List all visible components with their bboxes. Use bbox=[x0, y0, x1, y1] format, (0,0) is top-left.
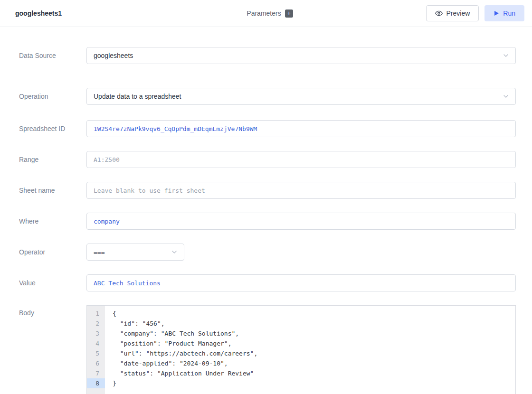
line-number: 2 bbox=[87, 319, 105, 328]
line-number: 5 bbox=[87, 348, 105, 358]
range-input[interactable] bbox=[86, 151, 516, 168]
spreadsheet-id-label: Spreadsheet ID bbox=[19, 125, 86, 132]
operator-select[interactable]: === bbox=[86, 244, 184, 261]
code-line[interactable]: "id": "456", bbox=[113, 319, 515, 328]
code-line[interactable]: "status": "Application Under Review" bbox=[113, 368, 515, 378]
parameters-label: Parameters bbox=[247, 9, 281, 17]
code-content[interactable]: { "id": "456", "company": "ABC Tech Solu… bbox=[105, 306, 515, 394]
field-row-value: Value bbox=[19, 274, 516, 291]
preview-button[interactable]: Preview bbox=[426, 5, 479, 21]
range-label: Range bbox=[19, 156, 86, 163]
line-number: 1 bbox=[87, 309, 105, 319]
body-code-editor[interactable]: 12345678 { "id": "456", "company": "ABC … bbox=[86, 305, 516, 394]
field-row-where: Where bbox=[19, 213, 516, 230]
code-line[interactable]: "position": "Product Manager", bbox=[113, 338, 515, 348]
spreadsheet-id-input[interactable] bbox=[86, 120, 516, 137]
preview-button-label: Preview bbox=[446, 9, 470, 17]
field-row-spreadsheet-id: Spreadsheet ID bbox=[19, 120, 516, 137]
line-number: 8 bbox=[87, 378, 105, 388]
sheet-name-label: Sheet name bbox=[19, 187, 86, 194]
run-button-label: Run bbox=[503, 9, 515, 17]
operation-value: Update data to a spreadsheet bbox=[94, 93, 181, 100]
field-row-range: Range bbox=[19, 151, 516, 168]
data-source-label: Data Source bbox=[19, 52, 86, 59]
eye-icon bbox=[435, 9, 443, 17]
code-line[interactable]: "company": "ABC Tech Solutions", bbox=[113, 328, 515, 338]
query-header: googlesheets1 Parameters + Preview Run bbox=[0, 0, 532, 27]
query-form: Data Source googlesheets Operation Updat… bbox=[0, 27, 532, 394]
operation-select[interactable]: Update data to a spreadsheet bbox=[86, 88, 516, 105]
line-number: 3 bbox=[87, 328, 105, 338]
operator-label: Operator bbox=[19, 248, 86, 256]
field-row-operator: Operator === bbox=[19, 244, 516, 261]
operation-label: Operation bbox=[19, 93, 86, 100]
code-line[interactable]: { bbox=[113, 309, 515, 319]
line-number: 6 bbox=[87, 358, 105, 368]
chevron-down-icon bbox=[502, 52, 510, 59]
line-number: 7 bbox=[87, 368, 105, 378]
body-label: Body bbox=[19, 305, 86, 317]
operator-value: === bbox=[94, 249, 104, 256]
value-input[interactable] bbox=[86, 274, 516, 291]
value-label: Value bbox=[19, 279, 86, 287]
run-button[interactable]: Run bbox=[484, 5, 524, 21]
where-label: Where bbox=[19, 217, 86, 225]
query-title: googlesheets1 bbox=[15, 9, 62, 17]
data-source-select[interactable]: googlesheets bbox=[86, 47, 516, 64]
sheet-name-input[interactable] bbox=[86, 182, 516, 199]
chevron-down-icon bbox=[502, 93, 510, 100]
code-line[interactable]: "date-applied": "2024-09-10", bbox=[113, 358, 515, 368]
code-line[interactable]: "url": "https://abctech.com/careers", bbox=[113, 348, 515, 358]
code-gutter: 12345678 bbox=[87, 306, 105, 394]
play-icon bbox=[494, 10, 499, 16]
add-parameter-button[interactable]: + bbox=[285, 9, 293, 18]
code-line[interactable]: } bbox=[113, 378, 515, 388]
field-row-operation: Operation Update data to a spreadsheet bbox=[19, 88, 516, 105]
field-row-sheet-name: Sheet name bbox=[19, 182, 516, 199]
data-source-value: googlesheets bbox=[94, 52, 133, 59]
where-input[interactable] bbox=[86, 213, 516, 230]
chevron-down-icon bbox=[171, 248, 178, 256]
field-row-data-source: Data Source googlesheets bbox=[19, 47, 516, 64]
line-number: 4 bbox=[87, 338, 105, 348]
field-row-body: Body 12345678 { "id": "456", "company": … bbox=[19, 305, 516, 394]
